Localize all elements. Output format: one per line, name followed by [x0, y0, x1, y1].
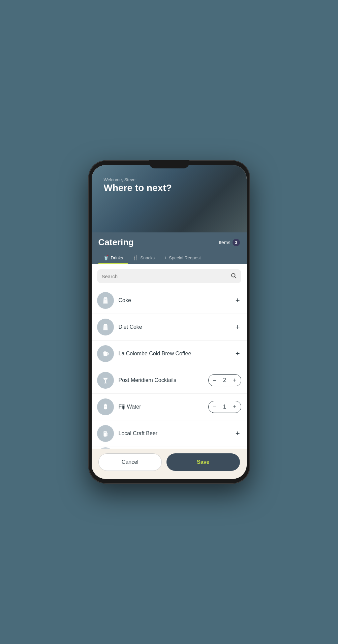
svg-rect-13: [104, 432, 106, 433]
cocktail-increment-button[interactable]: +: [229, 375, 241, 386]
items-count-badge: 3: [233, 239, 240, 246]
beer-icon: [97, 425, 114, 442]
cocktail-qty-control: − 2 +: [208, 374, 241, 386]
tab-drinks-label: Drinks: [111, 255, 123, 260]
bottom-action-bar: Cancel Save: [92, 449, 247, 479]
beer-name: Local Craft Beer: [119, 430, 229, 437]
list-item: Coke +: [92, 287, 247, 314]
list-item: Diet Coke +: [92, 314, 247, 341]
cocktail-icon: [97, 372, 114, 389]
fiji-name: Fiji Water: [119, 404, 204, 411]
tab-snacks[interactable]: 🍴 Snacks: [128, 252, 159, 264]
cocktail-name: Post Meridiem Cocktails: [119, 377, 204, 384]
save-button[interactable]: Save: [166, 453, 240, 471]
fiji-qty-control: − 1 +: [208, 401, 241, 413]
svg-line-6: [104, 351, 104, 352]
drinks-icon: 🥤: [103, 255, 109, 260]
svg-rect-9: [104, 405, 107, 410]
tab-drinks[interactable]: 🥤 Drinks: [98, 252, 128, 264]
list-item: Post Meridiem Cocktails − 2 +: [92, 367, 247, 394]
svg-rect-11: [104, 406, 106, 406]
page-title: Catering: [98, 237, 134, 248]
diet-coke-name: Diet Coke: [119, 324, 229, 331]
fiji-icon: [97, 398, 114, 415]
diet-coke-add-button[interactable]: +: [234, 322, 241, 332]
list-item: Local Craft Beer +: [92, 420, 247, 447]
welcome-text: Welcome, Steve: [104, 177, 135, 182]
item-list: Coke + Diet Coke +: [92, 287, 247, 449]
cold-brew-icon: [97, 345, 114, 362]
cold-brew-add-button[interactable]: +: [234, 349, 241, 359]
cocktail-qty-value: 2: [221, 377, 229, 383]
coke-add-button[interactable]: +: [234, 295, 241, 305]
tab-bar: 🥤 Drinks 🍴 Snacks + Special Request: [98, 252, 240, 264]
fiji-qty-value: 1: [221, 404, 229, 410]
items-label: Items: [219, 240, 230, 245]
snacks-icon: 🍴: [132, 255, 138, 260]
cold-brew-name: La Colombe Cold Brew Coffee: [119, 350, 229, 357]
phone-frame: Welcome, Steve Where to next? Catering I…: [88, 160, 250, 484]
header: Catering Items 3 🥤 Drinks 🍴 Snacks: [92, 232, 247, 264]
svg-rect-10: [104, 404, 106, 405]
svg-line-1: [235, 277, 236, 278]
special-icon: +: [164, 255, 167, 260]
background-image: Welcome, Steve Where to next?: [92, 165, 247, 232]
search-icon: [231, 272, 237, 280]
phone-notch: [149, 160, 189, 168]
content-area: Coke + Diet Coke +: [92, 264, 247, 449]
cocktail-decrement-button[interactable]: −: [209, 375, 221, 386]
list-item: San Pellegrino Sparkling: [92, 447, 247, 449]
svg-rect-2: [104, 297, 107, 298]
search-box: [97, 269, 241, 283]
san-pellegrino-icon: [97, 447, 114, 449]
svg-rect-3: [104, 299, 106, 299]
list-item: La Colombe Cold Brew Coffee +: [92, 341, 247, 367]
tab-special-request[interactable]: + Special Request: [159, 252, 206, 264]
coke-name: Coke: [119, 297, 229, 304]
tab-snacks-label: Snacks: [140, 255, 155, 260]
tab-special-label: Special Request: [169, 255, 201, 260]
coke-icon: [97, 292, 114, 309]
fiji-decrement-button[interactable]: −: [209, 401, 221, 413]
svg-rect-5: [104, 326, 106, 326]
cancel-button[interactable]: Cancel: [98, 453, 162, 471]
fiji-increment-button[interactable]: +: [229, 401, 241, 413]
search-container: [92, 264, 247, 287]
items-badge: Items 3: [219, 239, 240, 246]
tagline-text: Where to next?: [104, 183, 172, 193]
list-item: Fiji Water − 1 +: [92, 394, 247, 420]
svg-rect-4: [104, 324, 107, 325]
search-input[interactable]: [102, 273, 227, 279]
diet-coke-icon: [97, 319, 114, 335]
phone-screen: Welcome, Steve Where to next? Catering I…: [92, 165, 247, 479]
beer-add-button[interactable]: +: [234, 428, 241, 439]
